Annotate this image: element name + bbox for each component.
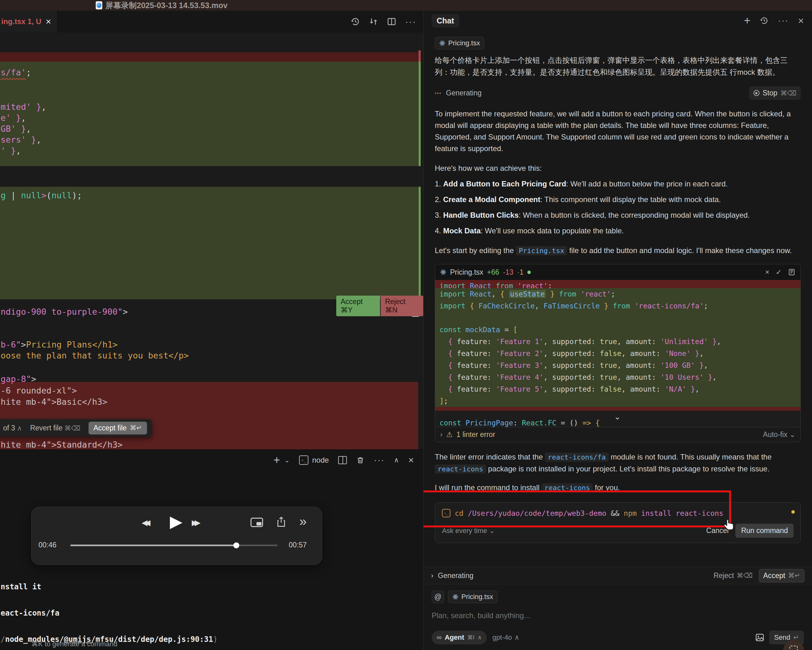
agent-mode-dropdown[interactable]: ∞ Agent ⌘I ∧ [432,631,487,644]
new-terminal-icon[interactable]: + [273,453,280,467]
code-line: oose the plan that suits you best</p> [1,351,189,360]
code-line: b-6">Pricing Plans</h1> [1,340,118,349]
apply-icon[interactable]: ✓ [776,268,781,276]
terminal-output: nstall it eact-icons/fa /node_modules/@u… [1,565,439,650]
linter-bar: › ⚠ 1 linter error Auto-fix ⌄ [435,427,800,442]
editor-pane: ing.tsx 1, U × ··· [0,11,423,650]
react-icon [452,594,459,600]
assistant-paragraph: Here's how we can achieve this: [435,162,801,174]
thinking-dots-icon: ••• [435,90,442,96]
added-code-line [435,312,800,324]
accept-hunk-button[interactable]: Accept ⌘Y [336,296,380,316]
model-selector[interactable]: gpt-4o ∧ [492,633,519,642]
lines-removed: -13 [503,268,513,276]
chat-close-icon[interactable]: × [798,15,804,27]
file-review-widget: of 3 ∧ Revert file ⌘⌫ Accept file⌘↵ [0,419,152,437]
terminal-toolbar: + ⌄ ›_ node ··· ∧ × [273,453,414,467]
ask-every-time-dropdown[interactable]: Ask every time ⌄ [442,527,495,535]
stop-button[interactable]: Stop ⌘⌫ [749,86,801,100]
context-file-chip[interactable]: Pricing.tsx [435,37,484,49]
recording-filename: 屏幕录制2025-03-13 14.53.53.mov [105,0,228,11]
accept-all-button[interactable]: Accept⌘↵ [759,569,804,583]
changes-toggle[interactable]: › Generating [431,572,473,580]
run-command-button[interactable]: Run command [736,523,794,538]
message-input[interactable]: Plan, search, build anything... [432,611,804,620]
react-icon [440,269,446,275]
playback-more-icon[interactable]: » [299,514,307,529]
open-diff-icon[interactable] [788,269,795,276]
file-pager[interactable]: of 3 ∧ [3,424,22,432]
expand-code-icon[interactable]: ⌄ [614,412,621,422]
editor-actions: ··· [351,11,416,32]
tab-close-icon[interactable]: × [46,17,51,26]
terminal-tab-node[interactable]: node [312,456,329,464]
revert-file-button[interactable]: Revert file ⌘⌫ [30,424,80,432]
chat-thread[interactable]: Pricing.tsx 给每个价格卡片上添加一个按钮，点击按钮后弹窗，弹窗中显示… [424,31,812,573]
accept-file-button[interactable]: Accept file⌘↵ [89,422,147,435]
picture-in-picture-icon[interactable] [250,518,263,527]
fast-forward-button[interactable]: ▶▶ [192,518,198,527]
run-command-card: ›_ cd /Users/yudao/code/temp/web3-demo &… [435,502,801,543]
editor-body[interactable]: s/fa'; mited' }, e' }, GB' }, sers' }, '… [0,32,423,450]
autofix-button[interactable]: Auto-fix ⌄ [763,430,795,439]
terminal-prompt-icon[interactable]: ›_ [299,455,308,465]
code-card-filename[interactable]: Pricing.tsx [450,268,483,276]
maximize-panel-icon[interactable]: ∧ [394,456,399,464]
pending-dot [791,510,795,514]
more-actions-icon[interactable]: ··· [405,16,416,27]
seek-bar[interactable] [70,545,278,546]
split-editor-icon[interactable] [387,17,396,26]
terminal-dropdown-icon[interactable]: ⌄ [284,456,290,464]
add-context-button[interactable]: @ [432,590,444,603]
code-line: GB' }, [1,124,31,134]
added-code-line: { feature: 'Feature 3', supported: true,… [435,359,800,371]
seek-knob[interactable] [234,542,239,548]
current-time: 00:46 [38,541,56,549]
ruler-added-mark [418,62,421,166]
rewind-button[interactable]: ◀◀ [142,518,148,527]
deleted-code-line: import React from 'react'; [435,280,800,288]
chat-tab[interactable]: Chat [432,14,459,27]
diff-deleted-band [0,52,418,62]
screen: 屏幕录制2025-03-13 14.53.53.mov ing.tsx 1, U… [0,0,812,650]
chat-history-icon[interactable] [760,16,769,25]
code-line: mited' }, [1,102,46,112]
linter-errors-toggle[interactable]: › ⚠ 1 linter error [440,430,495,439]
new-chat-icon[interactable]: + [744,14,750,27]
play-button[interactable]: ▶ [170,512,182,531]
kill-terminal-icon[interactable] [356,456,365,464]
terminal-more-icon[interactable]: ··· [374,455,385,465]
split-terminal-icon[interactable] [338,456,347,464]
attach-image-icon[interactable] [756,633,764,642]
code-line: gap-8"> [1,374,36,384]
pending-changes-bar: › Generating Reject⌘⌫ Accept⌘↵ [424,567,812,584]
context-file-chip[interactable]: Pricing.tsx [448,590,498,603]
diff-added-band-2 [0,187,418,299]
added-code-line: import { FaCheckCircle, FaTimesCircle } … [435,300,800,312]
dashed-box-icon [789,645,798,650]
reject-all-button[interactable]: Reject⌘⌫ [713,572,752,580]
list-item: 3. Handle Button Clicks: When a button i… [435,209,801,221]
diff-added-band-1 [0,62,418,166]
tab-pricing-tsx[interactable]: ing.tsx 1, U × [0,11,58,32]
error-count: ·1 [517,268,523,276]
terminal-panel[interactable]: + ⌄ ›_ node ··· ∧ × nstall it eact-icons… [0,450,423,650]
timeline-history-icon[interactable] [351,17,360,26]
share-icon[interactable] [276,516,286,528]
code-line: s/fa'; [1,67,31,77]
total-time: 00:57 [289,541,307,549]
terminal-hint: ⌘K to generate a command [31,640,117,648]
compare-changes-icon[interactable] [369,17,378,26]
added-code-line: { feature: 'Feature 4', supported: true,… [435,371,800,383]
reject-hunk-button[interactable]: Reject ⌘N [381,296,423,316]
modified-dot [527,270,531,274]
discard-icon[interactable]: × [765,268,769,276]
code-card-header: Pricing.tsx +66 -13 ·1 × ✓ [435,264,800,280]
code-line: hite mb-4">Basic</h3> [1,397,107,407]
code-line: -6 rounded-xl"> [1,386,77,395]
added-code-line: import React, { useState } from 'react'; [435,288,800,300]
recording-title-bar: 屏幕录制2025-03-13 14.53.53.mov [0,0,812,11]
command-proposal: ›_ cd /Users/yudao/code/temp/web3-demo &… [435,502,801,543]
close-panel-icon[interactable]: × [408,455,414,465]
chat-more-icon[interactable]: ··· [778,16,789,26]
